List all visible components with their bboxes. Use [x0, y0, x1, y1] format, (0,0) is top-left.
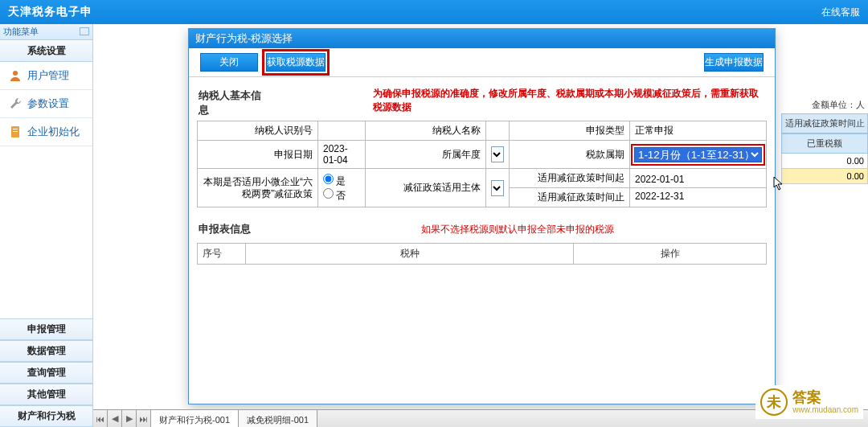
- policy-end-value: 2022-12-31: [630, 188, 766, 204]
- col-action: 操作: [574, 244, 767, 265]
- taxpayer-id-label: 纳税人识别号: [198, 121, 318, 141]
- sheet-tab-1[interactable]: 财产和行为税-001: [151, 410, 239, 427]
- sheet-nav-last[interactable]: ⏭: [137, 410, 151, 427]
- online-service-link[interactable]: 在线客服: [821, 6, 860, 19]
- svg-rect-2: [13, 129, 18, 129]
- sidebar-item-label: 企业初始化: [27, 125, 80, 139]
- main-area: 金额单位：人 适用减征政策时间止 已重税额 0.00 0.00 财产行为税-税源…: [93, 24, 868, 427]
- svg-rect-3: [13, 131, 18, 132]
- sidebar-bottom-declare[interactable]: 申报管理: [0, 318, 92, 340]
- declare-type-value: 正常申报: [630, 121, 767, 141]
- sheet-nav-first[interactable]: ⏮: [93, 410, 108, 427]
- year-select[interactable]: 2022: [491, 146, 504, 162]
- col-seq: 序号: [198, 244, 246, 265]
- radio-no[interactable]: 否: [323, 190, 346, 201]
- user-icon: [8, 68, 23, 83]
- taxpayer-info-title: 纳税人基本信息: [197, 85, 268, 121]
- sidebar-bottom-other[interactable]: 其他管理: [0, 384, 92, 405]
- cursor-icon: [773, 176, 775, 192]
- taxpayer-name-label: 纳税人名称: [366, 121, 486, 141]
- taxpayer-form: 纳税人识别号 纳税人名称 申报类型 正常申报 申报日期 2023-01-04 所…: [197, 121, 767, 207]
- doc-icon: [8, 125, 23, 139]
- tax-source-modal: 财产行为税-税源选择 关闭 获取税源数据 生成申报数据 纳税人基本信息 为确保申…: [188, 28, 776, 404]
- period-select[interactable]: 1-12月份（1-1至12-31）: [634, 147, 762, 162]
- modal-body: 纳税人基本信息 为确保申报税源的准确度，修改所属年度、税款属期或本期小规模减征政…: [189, 77, 775, 404]
- policy-dates-labels: 适用减征政策时间起 适用减征政策时间止: [510, 169, 630, 207]
- col-tax-type: 税种: [246, 244, 574, 265]
- watermark-en: www.mudaan.com: [792, 405, 858, 414]
- sidebar-bottom-query[interactable]: 查询管理: [0, 362, 92, 384]
- sidebar-menu-header: 功能菜单: [0, 24, 92, 40]
- reduction-body-label: 减征政策适用主体: [366, 169, 486, 207]
- watermark-cn: 答案: [792, 390, 858, 406]
- period-cell: 1-12月份（1-1至12-31）: [630, 141, 767, 169]
- declare-date-label: 申报日期: [198, 141, 318, 169]
- highlight-box-period: 1-12月份（1-1至12-31）: [631, 144, 765, 166]
- policy-start-value: 2022-01-01: [630, 171, 766, 188]
- small-biz-label: 本期是否适用小微企业“六税两费”减征政策: [198, 169, 318, 207]
- sheet-tab-bar: ⏮ ◀ ▶ ⏭ 财产和行为税-001 减免税明细-001: [93, 409, 868, 427]
- right-summary-strip: 金额单位：人 适用减征政策时间止 已重税额 0.00 0.00: [781, 96, 868, 184]
- sidebar-item-params[interactable]: 参数设置: [0, 90, 92, 118]
- sidebar-item-init[interactable]: 企业初始化: [0, 118, 92, 146]
- close-button[interactable]: 关闭: [200, 53, 258, 72]
- policy-dates-values: 2022-01-01 2022-12-31: [630, 169, 767, 207]
- right-row: 0.00: [781, 154, 868, 169]
- highlight-box-fetch: [262, 49, 330, 76]
- svg-point-0: [13, 71, 18, 76]
- reduction-body-select[interactable]: [491, 180, 504, 196]
- declare-type-label: 申报类型: [510, 121, 630, 141]
- modal-title: 财产行为税-税源选择: [189, 29, 775, 48]
- taxpayer-id-value: [318, 121, 366, 141]
- app-topbar: 天津税务电子申 在线客服: [0, 0, 868, 24]
- sidebar-bottom-data[interactable]: 数据管理: [0, 340, 92, 362]
- sidebar: 功能菜单 系统设置 用户管理 参数设置 企业初始化 申报管理 数据管理 查询管理…: [0, 24, 93, 427]
- declare-list-title: 申报表信息: [197, 219, 252, 240]
- right-col-header: 适用减征政策时间止: [781, 113, 868, 133]
- sheet-tab-2[interactable]: 减免税明细-001: [239, 410, 317, 427]
- watermark: 未 答案 www.mudaan.com: [755, 385, 863, 419]
- watermark-icon: 未: [760, 388, 788, 416]
- right-row: 0.00: [781, 169, 868, 184]
- declare-list-table: 序号 税种 操作: [197, 243, 767, 265]
- sidebar-bottom-property[interactable]: 财产和行为税: [0, 405, 92, 427]
- generate-declare-button[interactable]: 生成申报数据: [704, 53, 764, 72]
- sidebar-item-user-mgmt[interactable]: 用户管理: [0, 62, 92, 90]
- sheet-nav-prev[interactable]: ◀: [108, 410, 122, 427]
- amount-unit-label: 金额单位：人: [781, 96, 868, 113]
- app-title: 天津税务电子申: [8, 5, 92, 19]
- declare-list-note: 如果不选择税源则默认申报全部未申报的税源: [421, 223, 614, 236]
- taxpayer-info-warning: 为确保申报税源的准确度，修改所属年度、税款属期或本期小规模减征政策后，需重新获取…: [357, 87, 767, 119]
- sheet-nav-next[interactable]: ▶: [122, 410, 137, 427]
- modal-toolbar: 关闭 获取税源数据 生成申报数据: [189, 48, 775, 77]
- policy-start-label: 适用减征政策时间起: [510, 169, 629, 188]
- reduction-body-cell: [486, 169, 510, 207]
- period-label: 税款属期: [510, 141, 630, 169]
- sidebar-section-system[interactable]: 系统设置: [0, 40, 92, 62]
- year-cell: 2022: [486, 141, 510, 169]
- sidebar-item-label: 用户管理: [27, 68, 69, 83]
- taxpayer-name-value: [486, 121, 510, 141]
- year-label: 所属年度: [366, 141, 486, 169]
- radio-yes[interactable]: 是: [323, 175, 346, 187]
- right-sub-header: 已重税额: [781, 133, 868, 154]
- declare-date-value: 2023-01-04: [318, 141, 366, 169]
- policy-end-label: 适用减征政策时间止: [510, 188, 629, 207]
- wrench-icon: [8, 96, 23, 111]
- sidebar-item-label: 参数设置: [27, 96, 69, 111]
- small-biz-radio-cell: 是 否: [318, 169, 366, 207]
